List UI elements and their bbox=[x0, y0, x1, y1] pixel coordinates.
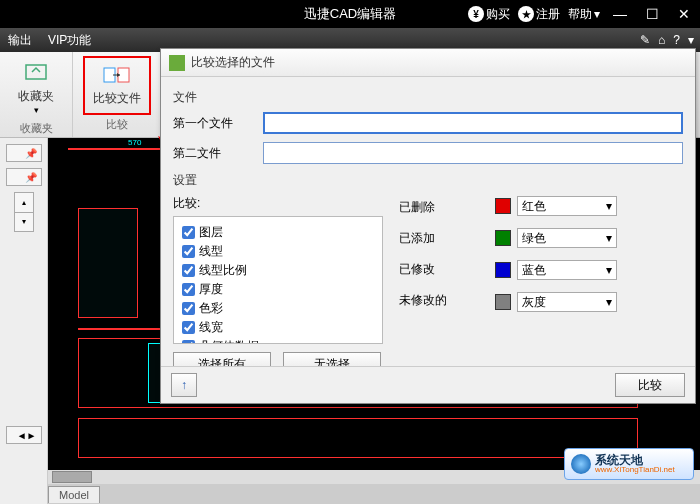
dropdown-icon: ▾ bbox=[606, 263, 612, 277]
dropdown-icon: ▾ bbox=[34, 105, 39, 115]
option-lineweight[interactable]: 线宽 bbox=[182, 318, 374, 337]
help-link[interactable]: 帮助 ▾ bbox=[568, 6, 600, 23]
help-icon[interactable]: ? bbox=[673, 33, 680, 47]
section-files: 文件 bbox=[173, 89, 683, 106]
status-modified: 已修改 bbox=[399, 261, 479, 278]
dialog-title: 比较选择的文件 bbox=[191, 54, 275, 71]
menu-output[interactable]: 输出 bbox=[8, 32, 32, 49]
option-linetype-scale[interactable]: 线型比例 bbox=[182, 261, 374, 280]
ribbon-group-compare: 比较文件 比较 bbox=[73, 52, 162, 137]
compare-dialog: 比较选择的文件 文件 第一个文件 第二文件 设置 比较: 图层 线型 线型比例 … bbox=[160, 48, 696, 404]
close-button[interactable]: ✕ bbox=[672, 6, 696, 22]
app-title: 迅捷CAD编辑器 bbox=[304, 5, 396, 23]
pin-button-3[interactable]: ◄► bbox=[6, 426, 42, 444]
compare-button[interactable]: 比较 bbox=[615, 373, 685, 397]
menu-vip[interactable]: VIP功能 bbox=[48, 32, 91, 49]
dialog-footer: ↑ 比较 bbox=[161, 366, 695, 403]
pin-button-2[interactable]: 📌 bbox=[6, 168, 42, 186]
up-button[interactable]: ↑ bbox=[171, 373, 197, 397]
dropdown-icon: ▾ bbox=[606, 295, 612, 309]
dropdown-icon: ▾ bbox=[606, 199, 612, 213]
dialog-title-bar[interactable]: 比较选择的文件 bbox=[161, 49, 695, 77]
favorites-icon bbox=[22, 62, 50, 84]
ribbon-group-favorites: 收藏夹 ▾ 收藏夹 bbox=[0, 52, 73, 137]
swatch-deleted bbox=[495, 198, 511, 214]
compare-label: 比较: bbox=[173, 195, 383, 212]
file2-input[interactable] bbox=[263, 142, 683, 164]
tool-icon[interactable]: ✎ bbox=[640, 33, 650, 47]
option-geometry[interactable]: 几何体数据 bbox=[182, 337, 374, 344]
pin-button-1[interactable]: 📌 bbox=[6, 144, 42, 162]
option-color[interactable]: 色彩 bbox=[182, 299, 374, 318]
status-added: 已添加 bbox=[399, 230, 479, 247]
option-layer[interactable]: 图层 bbox=[182, 223, 374, 242]
yen-icon: ¥ bbox=[468, 6, 484, 22]
status-unchanged: 未修改的 bbox=[399, 292, 479, 309]
favorites-button[interactable]: 收藏夹 ▾ bbox=[10, 56, 62, 121]
dropdown-icon: ▾ bbox=[606, 231, 612, 245]
dialog-icon bbox=[169, 55, 185, 71]
color-select-deleted[interactable]: 红色▾ bbox=[517, 196, 617, 216]
swatch-unchanged bbox=[495, 294, 511, 310]
globe-icon bbox=[571, 454, 591, 474]
drawing-tabs: Model bbox=[48, 484, 700, 504]
compare-files-button[interactable]: 比较文件 bbox=[83, 56, 151, 115]
file1-input[interactable] bbox=[263, 112, 683, 134]
file1-label: 第一个文件 bbox=[173, 115, 253, 132]
title-bar: 迅捷CAD编辑器 ¥ 购买 ★ 注册 帮助 ▾ ― ☐ ✕ bbox=[0, 0, 700, 28]
watermark-logo: 系统天地 www.XiTongTianDi.net bbox=[564, 448, 694, 480]
group-label-favorites: 收藏夹 bbox=[20, 121, 53, 139]
collapse-icon[interactable]: ▾ bbox=[688, 33, 694, 47]
section-settings: 设置 bbox=[173, 172, 683, 189]
color-selectors: 红色▾ 绿色▾ 蓝色▾ 灰度▾ bbox=[495, 195, 617, 366]
buy-link[interactable]: ¥ 购买 bbox=[468, 6, 510, 23]
swatch-modified bbox=[495, 262, 511, 278]
select-none-button[interactable]: 无选择 bbox=[283, 352, 381, 366]
maximize-button[interactable]: ☐ bbox=[640, 6, 664, 22]
file2-label: 第二文件 bbox=[173, 145, 253, 162]
dropdown-icon: ▾ bbox=[594, 7, 600, 21]
status-deleted: 已删除 bbox=[399, 199, 479, 216]
tab-model[interactable]: Model bbox=[48, 486, 100, 503]
color-select-added[interactable]: 绿色▾ bbox=[517, 228, 617, 248]
group-label-compare: 比较 bbox=[106, 117, 128, 135]
color-select-unchanged[interactable]: 灰度▾ bbox=[517, 292, 617, 312]
user-icon: ★ bbox=[518, 6, 534, 22]
compare-options-list: 图层 线型 线型比例 厚度 色彩 线宽 几何体数据 bbox=[173, 216, 383, 344]
option-linetype[interactable]: 线型 bbox=[182, 242, 374, 261]
swatch-added bbox=[495, 230, 511, 246]
home-icon[interactable]: ⌂ bbox=[658, 33, 665, 47]
minimize-button[interactable]: ― bbox=[608, 6, 632, 22]
scrollbar-thumb[interactable] bbox=[52, 471, 92, 483]
select-all-button[interactable]: 选择所有 bbox=[173, 352, 271, 366]
compare-icon bbox=[103, 64, 131, 86]
side-panel: 📌 📌 ▴▾ ◄► bbox=[0, 138, 48, 504]
color-select-modified[interactable]: 蓝色▾ bbox=[517, 260, 617, 280]
spinner-1[interactable]: ▴▾ bbox=[14, 192, 34, 232]
option-thickness[interactable]: 厚度 bbox=[182, 280, 374, 299]
status-labels: 已删除 已添加 已修改 未修改的 bbox=[399, 195, 479, 366]
register-link[interactable]: ★ 注册 bbox=[518, 6, 560, 23]
